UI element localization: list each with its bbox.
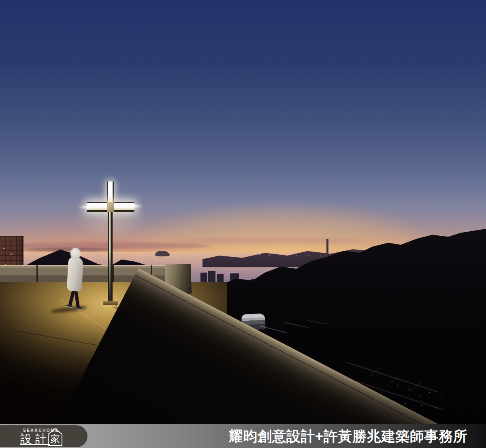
distant-tower xyxy=(326,239,328,255)
cross-base-plate xyxy=(103,301,118,305)
person-parka xyxy=(67,256,83,292)
person-hood xyxy=(70,248,81,259)
house-outline-icon: 家 xyxy=(47,427,63,447)
brand-underline xyxy=(20,444,50,445)
person-silhouette xyxy=(64,248,87,313)
light-flare xyxy=(125,203,143,209)
cross-top-light xyxy=(107,181,114,203)
shore-lights xyxy=(247,253,248,254)
cross-center-joint xyxy=(107,202,114,212)
brand-logo-house-char: 家 xyxy=(50,433,60,444)
cross-post xyxy=(108,212,113,302)
watermark-bar: SEARCHOME 設計 家 耀昀創意設計+許黃勝兆建築師事務所 xyxy=(0,424,486,448)
light-glints xyxy=(397,385,398,386)
credit-text: 耀昀創意設計+許黃勝兆建築師事務所 xyxy=(229,427,467,446)
person-shoe xyxy=(77,307,83,309)
lit-windows xyxy=(3,248,4,249)
person-leg xyxy=(74,290,80,308)
cross-post-shading xyxy=(109,212,111,302)
photo-canvas: SEARCHOME 設計 家 耀昀創意設計+許黃勝兆建築師事務所 xyxy=(0,0,486,448)
illuminated-cross xyxy=(87,181,134,307)
brand-badge: SEARCHOME 設計 家 xyxy=(0,425,87,447)
light-flare xyxy=(78,204,96,210)
horizon-haze xyxy=(174,237,364,244)
